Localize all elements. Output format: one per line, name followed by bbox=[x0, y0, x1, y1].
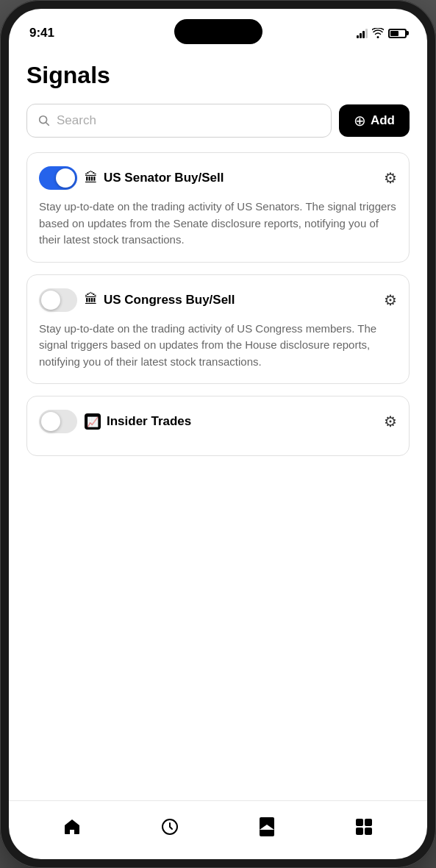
congress-card-title: US Congress Buy/Sell bbox=[104, 293, 235, 307]
toggle-senator[interactable] bbox=[39, 166, 77, 190]
page-title: Signals bbox=[26, 62, 410, 89]
status-time: 9:41 bbox=[29, 26, 54, 40]
card-header-congress: 🏛 US Congress Buy/Sell ⚙ bbox=[39, 288, 397, 312]
main-content: Signals Search ⊕ Add bbox=[9, 47, 427, 800]
senator-icon: 🏛 bbox=[85, 171, 98, 186]
toggle-thumb-congress bbox=[41, 291, 60, 310]
insider-icon: 📈 bbox=[85, 413, 101, 430]
status-bar: 9:41 bbox=[9, 9, 427, 47]
search-placeholder: Search bbox=[57, 113, 96, 128]
wifi-icon bbox=[372, 28, 384, 38]
status-icons bbox=[357, 28, 407, 38]
svg-rect-5 bbox=[356, 828, 363, 835]
svg-rect-3 bbox=[356, 819, 363, 826]
signal-card-senator: 🏛 US Senator Buy/Sell ⚙ Stay up-to-date … bbox=[26, 152, 410, 263]
search-icon bbox=[37, 114, 51, 127]
card-header-senator: 🏛 US Senator Buy/Sell ⚙ bbox=[39, 166, 397, 190]
senator-card-description: Stay up-to-date on the trading activity … bbox=[39, 199, 397, 249]
nav-history[interactable] bbox=[149, 811, 191, 842]
add-button-label: Add bbox=[371, 113, 395, 128]
home-icon bbox=[62, 817, 82, 836]
clock-icon bbox=[160, 817, 179, 836]
signal-card-insider: 📈 Insider Trades ⚙ bbox=[26, 396, 410, 456]
signal-card-congress: 🏛 US Congress Buy/Sell ⚙ Stay up-to-date… bbox=[26, 274, 410, 385]
congress-settings-icon[interactable]: ⚙ bbox=[384, 291, 397, 309]
toggle-thumb-senator bbox=[56, 168, 75, 188]
nav-bookmarks[interactable] bbox=[246, 811, 287, 843]
congress-card-description: Stay up-to-date on the trading activity … bbox=[39, 321, 397, 371]
phone-frame: 9:41 bbox=[0, 0, 436, 868]
search-input-wrapper[interactable]: Search bbox=[26, 104, 332, 138]
svg-point-0 bbox=[40, 116, 47, 124]
insider-settings-icon[interactable]: ⚙ bbox=[384, 413, 397, 430]
nav-dashboard[interactable] bbox=[343, 811, 385, 842]
card-header-insider: 📈 Insider Trades ⚙ bbox=[39, 410, 397, 433]
toggle-insider[interactable] bbox=[39, 410, 77, 433]
senator-settings-icon[interactable]: ⚙ bbox=[384, 169, 397, 187]
senator-card-title: US Senator Buy/Sell bbox=[104, 171, 224, 185]
insider-card-title: Insider Trades bbox=[107, 414, 191, 429]
grid-icon bbox=[354, 817, 374, 836]
congress-icon: 🏛 bbox=[85, 292, 98, 307]
dynamic-island bbox=[174, 19, 262, 44]
search-add-row: Search ⊕ Add bbox=[26, 104, 410, 138]
svg-rect-6 bbox=[365, 828, 372, 835]
phone-screen: 9:41 bbox=[9, 9, 427, 859]
svg-rect-4 bbox=[365, 819, 372, 826]
toggle-thumb-insider bbox=[41, 412, 60, 431]
add-plus-icon: ⊕ bbox=[354, 113, 366, 128]
bookmark-icon bbox=[258, 817, 276, 837]
signal-strength-icon bbox=[357, 28, 368, 38]
bottom-nav bbox=[9, 800, 427, 859]
toggle-congress[interactable] bbox=[39, 288, 77, 312]
battery-icon bbox=[388, 29, 407, 38]
nav-home[interactable] bbox=[51, 811, 93, 842]
add-button[interactable]: ⊕ Add bbox=[339, 104, 410, 137]
